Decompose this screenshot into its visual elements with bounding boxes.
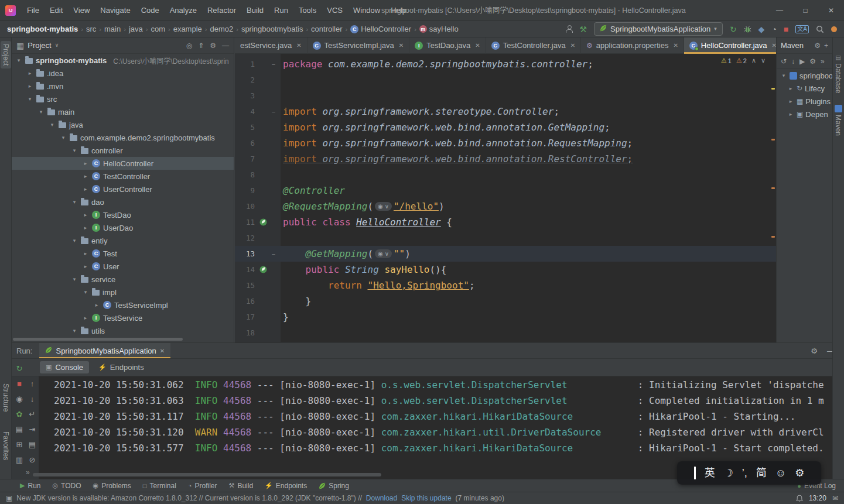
breadcrumb-controller[interactable]: controller — [310, 25, 343, 33]
run-configuration-tab[interactable]: SpringbootMybatisApplication ✕ — [39, 343, 170, 358]
ime-language-en[interactable]: 英 — [705, 468, 715, 478]
stripe-button-project[interactable]: Project — [1, 41, 11, 68]
tree-item-src[interactable]: ▾src — [12, 92, 234, 105]
skip-update-link[interactable]: Skip this update — [401, 494, 451, 502]
menu-build[interactable]: Build — [241, 0, 269, 20]
editor-tab-testserviceimpl.java[interactable]: CTestServiceImpl.java✕ — [307, 37, 410, 54]
maven-dependencies[interactable]: ▸▣Depen — [777, 108, 832, 121]
menu-view[interactable]: View — [68, 0, 95, 20]
menu-refactor[interactable]: Refactor — [202, 0, 241, 20]
tree-item-springboot-mybatis[interactable]: ▾springboot-mybatisC:\Users\小喻同学\Desktop… — [12, 54, 234, 67]
console-horizontal-scrollbar[interactable] — [33, 473, 381, 476]
inspections-widget[interactable]: ⚠1 ⚠2 ∧ ∨ — [721, 57, 766, 64]
run-button[interactable]: ↻ — [730, 25, 737, 33]
download-sources-icon[interactable]: ↓ — [791, 57, 795, 66]
toolwindow-button-endpoints[interactable]: ⚡Endpoints — [265, 482, 307, 490]
scroll-to-end-icon[interactable]: ⇥ — [26, 422, 38, 437]
inline-hint-badge[interactable]: ◉ ∨ — [375, 202, 392, 211]
chevron-icon[interactable]: ▾ — [71, 199, 78, 205]
settings-icon[interactable]: ⚙ — [210, 42, 216, 50]
chevron-icon[interactable]: ▸ — [82, 173, 89, 179]
breadcrumb-main[interactable]: main — [103, 25, 122, 33]
menu-run[interactable]: Run — [269, 0, 293, 20]
ime-punctuation-icon[interactable]: ’, — [742, 468, 747, 478]
breadcrumb-example[interactable]: example — [172, 25, 203, 33]
menu-navigate[interactable]: Navigate — [95, 0, 135, 20]
search-everywhere-icon[interactable] — [816, 25, 824, 33]
maven-project[interactable]: ▾springboo — [777, 69, 832, 82]
close-tab-icon[interactable]: ✕ — [673, 42, 678, 49]
inline-hint-badge[interactable]: ◉ ∨ — [375, 249, 392, 258]
chevron-icon[interactable]: ▸ — [82, 212, 89, 218]
clear-all-icon[interactable]: ⊘ — [26, 452, 38, 468]
translate-icon[interactable]: 文A — [795, 25, 809, 33]
settings-icon[interactable]: ⚙ — [811, 347, 818, 355]
error-stripe-mark[interactable] — [771, 236, 775, 238]
chevron-icon[interactable]: ▸ — [82, 225, 89, 231]
close-tab-icon[interactable]: ✕ — [296, 42, 301, 49]
more-icon[interactable]: » — [821, 57, 825, 66]
run-maven-icon[interactable]: ▶ — [799, 57, 805, 66]
run-configuration-select[interactable]: SpringbootMybatisApplication ▾ — [594, 22, 723, 36]
toolwindow-button-terminal[interactable]: □Terminal — [143, 482, 176, 490]
more-icon[interactable]: » — [26, 468, 30, 476]
tree-item-user[interactable]: ▸CUser — [12, 260, 234, 273]
build-hammer-icon[interactable]: ⚒ — [580, 25, 587, 33]
stripe-button-structure[interactable]: Structure — [1, 380, 11, 415]
chevron-icon[interactable]: ▸ — [787, 111, 794, 117]
console-output[interactable]: 2021-10-20 15:50:31.062 INFO 44568 --- [… — [54, 377, 839, 456]
maximize-button[interactable]: □ — [792, 0, 818, 21]
breadcrumb-sayhello[interactable]: msayHello — [418, 25, 460, 33]
error-stripe-mark[interactable] — [771, 187, 775, 189]
horizontal-scrollbar[interactable] — [13, 338, 183, 341]
chevron-icon[interactable]: ▸ — [82, 263, 89, 269]
chevron-icon[interactable]: ▾ — [71, 328, 78, 334]
thread-dump-icon[interactable]: ◉ — [13, 392, 25, 407]
ime-simplified-chinese[interactable]: 简 — [756, 468, 767, 478]
chevron-icon[interactable]: ▸ — [82, 186, 89, 192]
menu-file[interactable]: File — [22, 0, 45, 20]
coverage-button[interactable]: ◆ — [758, 25, 765, 33]
chevron-icon[interactable]: ▸ — [82, 251, 89, 256]
breadcrumb-java[interactable]: java — [128, 25, 144, 33]
tree-item-.idea[interactable]: ▸.idea — [12, 67, 234, 80]
chevron-icon[interactable]: ▸ — [787, 98, 794, 104]
tree-item-usercontroller[interactable]: ▸CUserController — [12, 183, 234, 196]
menu-edit[interactable]: Edit — [45, 0, 68, 20]
tree-item-utils[interactable]: ▾utils — [12, 324, 234, 337]
tree-item-testservice[interactable]: ▸ITestService — [12, 311, 234, 324]
breadcrumb-src[interactable]: src — [85, 25, 97, 33]
toolwindow-switcher-icon[interactable]: ▣ — [6, 494, 12, 502]
prev-warning-icon[interactable]: ∧ — [751, 57, 756, 64]
tree-item-entiy[interactable]: ▾entiy — [12, 234, 234, 247]
toolwindow-button-run[interactable]: ▶Run — [20, 482, 40, 490]
stop-button[interactable]: ■ — [784, 25, 788, 33]
more-options-icon[interactable]: ▥ — [13, 452, 25, 468]
tree-item-main[interactable]: ▾main — [12, 105, 234, 118]
print-icon[interactable]: ▤ — [26, 437, 38, 452]
toolwindow-button-profiler[interactable]: ◔Profiler — [188, 482, 217, 490]
chevron-icon[interactable]: ▾ — [71, 238, 78, 244]
ime-halfwidth-icon[interactable]: ☽ — [724, 468, 733, 478]
tree-item-.mvn[interactable]: ▸.mvn — [12, 80, 234, 92]
stop-icon[interactable]: ■ — [13, 376, 25, 392]
tree-item-controller[interactable]: ▾controller — [12, 144, 234, 157]
chevron-icon[interactable]: ▸ — [26, 70, 33, 76]
tree-item-dao[interactable]: ▾dao — [12, 196, 234, 208]
ime-emoji-icon[interactable]: ☺ — [775, 468, 786, 478]
chevron-icon[interactable]: ▾ — [71, 276, 78, 282]
tree-item-impl[interactable]: ▾impl — [12, 286, 234, 299]
menu-vcs[interactable]: VCS — [322, 0, 348, 20]
close-button[interactable]: ✕ — [818, 0, 844, 21]
tree-item-com.example.demo2.springbootmybatis[interactable]: ▾com.example.demo2.springbootmybatis — [12, 131, 234, 144]
chevron-icon[interactable]: ▸ — [82, 315, 89, 321]
breadcrumb-com[interactable]: com — [149, 25, 166, 33]
tree-item-userdao[interactable]: ▸IUserDao — [12, 221, 234, 234]
close-tab-icon[interactable]: ✕ — [475, 42, 480, 49]
minimize-button[interactable]: — — [767, 0, 792, 21]
locate-icon[interactable]: ◎ — [186, 42, 192, 50]
chevron-icon[interactable]: ▾ — [37, 109, 45, 115]
view-tab-console[interactable]: ▣Console — [40, 361, 89, 373]
notifications-bell-icon[interactable] — [796, 495, 803, 502]
profiler-button[interactable]: ◔ — [771, 25, 776, 33]
